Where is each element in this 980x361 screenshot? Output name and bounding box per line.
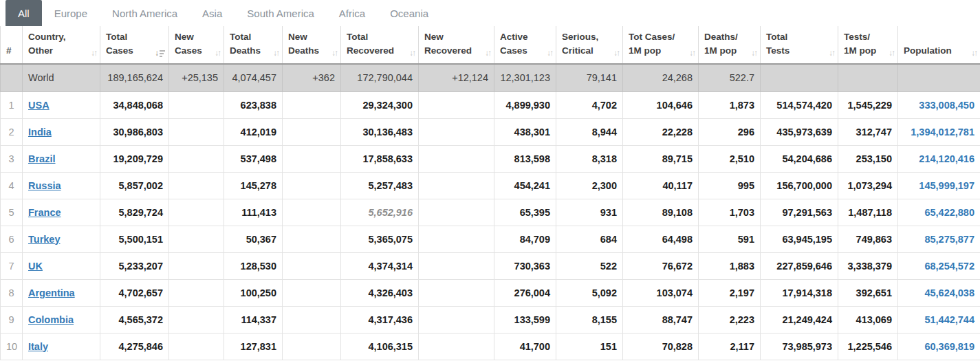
column-header[interactable]: New Deaths ↓↑ ↓ bbox=[283, 26, 341, 64]
active-cases-cell: 4,899,930 bbox=[494, 91, 556, 118]
country-link[interactable]: USA bbox=[28, 100, 50, 111]
tab-oceania[interactable]: Oceania bbox=[378, 0, 441, 26]
total-tests-cell: 435,973,639 bbox=[761, 118, 838, 145]
sort-icon: ↓↑ ↓ bbox=[273, 48, 279, 58]
tab-europe[interactable]: Europe bbox=[42, 0, 100, 26]
rank-cell: 9 bbox=[1, 306, 23, 333]
country-link[interactable]: Colombia bbox=[28, 314, 74, 325]
total-cases-cell: 30,986,803 bbox=[100, 118, 169, 145]
country-link[interactable]: Italy bbox=[28, 341, 48, 352]
column-header[interactable]: Country, Other ↓↑ ↓ bbox=[23, 26, 100, 64]
total-cases-cell: 5,857,002 bbox=[100, 172, 169, 199]
column-header[interactable]: Total Cases ↓↑ ↓ bbox=[100, 26, 169, 64]
world-population bbox=[898, 64, 980, 91]
total-recovered-cell: 4,317,436 bbox=[341, 306, 419, 333]
column-header[interactable]: New Cases ↓↑ ↓ bbox=[169, 26, 224, 64]
column-header[interactable]: New Recovered ↓↑ ↓ bbox=[419, 26, 494, 64]
country-link[interactable]: India bbox=[28, 127, 52, 138]
population-link[interactable]: 1,394,012,781 bbox=[911, 127, 974, 138]
cases-per-1m-cell: 103,074 bbox=[623, 279, 699, 306]
tab-asia[interactable]: Asia bbox=[190, 0, 235, 26]
table-row: 4 Russia 5,857,002 145,278 5,257,483 454… bbox=[1, 172, 980, 199]
column-header[interactable]: Tot Cases/ 1M pop ↓↑ ↓ bbox=[623, 26, 699, 64]
population-link[interactable]: 65,422,880 bbox=[924, 207, 974, 218]
deaths-per-1m-cell: 2,197 bbox=[699, 279, 761, 306]
column-header-label: New Cases bbox=[175, 30, 210, 58]
column-header[interactable]: Total Recovered ↓↑ ↓ bbox=[341, 26, 419, 64]
new-cases-cell bbox=[169, 172, 224, 199]
total-tests-cell: 21,249,424 bbox=[761, 306, 838, 333]
population-link[interactable]: 60,369,819 bbox=[924, 341, 974, 352]
new-recovered-cell bbox=[419, 91, 494, 118]
total-cases-cell: 19,209,729 bbox=[100, 145, 169, 172]
active-cases-cell: 41,700 bbox=[494, 333, 556, 360]
world-deaths-per-1m: 522.7 bbox=[699, 64, 761, 91]
table-row: 10 Italy 4,275,846 127,831 4,106,315 41,… bbox=[1, 333, 980, 360]
total-cases-cell: 4,702,657 bbox=[100, 279, 169, 306]
total-recovered-cell: 5,365,075 bbox=[341, 226, 419, 252]
total-deaths-cell: 128,530 bbox=[224, 252, 283, 279]
tab-north-america[interactable]: North America bbox=[100, 0, 190, 26]
country-link[interactable]: Brazil bbox=[28, 153, 56, 164]
total-deaths-cell: 114,337 bbox=[224, 306, 283, 333]
population-link[interactable]: 68,254,572 bbox=[924, 261, 974, 272]
new-recovered-cell bbox=[419, 279, 494, 306]
world-cases-per-1m: 24,268 bbox=[623, 64, 699, 91]
world-rank-cell bbox=[1, 64, 23, 91]
column-header-label: Total Deaths bbox=[230, 30, 268, 58]
deaths-per-1m-cell: 1,873 bbox=[699, 91, 761, 118]
rank-cell: 3 bbox=[1, 145, 23, 172]
new-cases-cell bbox=[169, 279, 224, 306]
population-link[interactable]: 214,120,416 bbox=[919, 153, 974, 164]
column-header[interactable]: Total Deaths ↓↑ ↓ bbox=[224, 26, 283, 64]
column-header-label: Tot Cases/ 1M pop bbox=[629, 30, 684, 58]
serious-critical-cell: 8,944 bbox=[556, 118, 623, 145]
population-cell: 1,394,012,781 bbox=[898, 118, 980, 145]
country-link[interactable]: France bbox=[28, 207, 61, 218]
column-header[interactable]: Deaths/ 1M pop ↓↑ ↓ bbox=[699, 26, 761, 64]
tab-south-america[interactable]: South America bbox=[235, 0, 327, 26]
table-row: 9 Colombia 4,565,372 114,337 4,317,436 1… bbox=[1, 306, 980, 333]
total-tests-cell: 54,204,686 bbox=[761, 145, 838, 172]
serious-critical-cell: 8,318 bbox=[556, 145, 623, 172]
population-link[interactable]: 45,624,038 bbox=[924, 287, 974, 298]
tests-per-1m-cell: 1,545,229 bbox=[838, 91, 898, 118]
active-cases-cell: 454,241 bbox=[494, 172, 556, 199]
population-link[interactable]: 333,008,450 bbox=[919, 100, 974, 111]
population-cell: 85,275,877 bbox=[898, 226, 980, 252]
country-link[interactable]: Turkey bbox=[28, 234, 60, 245]
tab-africa[interactable]: Africa bbox=[327, 0, 378, 26]
cases-per-1m-cell: 89,715 bbox=[623, 145, 699, 172]
cases-per-1m-cell: 40,117 bbox=[623, 172, 699, 199]
active-cases-cell: 276,004 bbox=[494, 279, 556, 306]
population-cell: 214,120,416 bbox=[898, 145, 980, 172]
column-header[interactable]: Active Cases ↓↑ ↓ bbox=[494, 26, 556, 64]
country-link[interactable]: Russia bbox=[28, 180, 61, 191]
tab-all[interactable]: All bbox=[6, 0, 42, 26]
country-cell: Argentina bbox=[23, 279, 100, 306]
region-tab-bar: AllEuropeNorth AmericaAsiaSouth AmericaA… bbox=[0, 0, 980, 26]
column-header-label: Serious, Critical bbox=[562, 30, 609, 58]
population-link[interactable]: 85,275,877 bbox=[924, 234, 974, 245]
total-tests-cell: 63,945,195 bbox=[761, 226, 838, 252]
serious-critical-cell: 522 bbox=[556, 252, 623, 279]
country-link[interactable]: UK bbox=[28, 261, 43, 272]
population-link[interactable]: 145,999,197 bbox=[919, 180, 974, 191]
country-link[interactable]: Argentina bbox=[28, 287, 75, 298]
new-deaths-cell bbox=[283, 118, 341, 145]
population-link[interactable]: 51,442,744 bbox=[924, 314, 974, 325]
column-header[interactable]: Tests/ 1M pop ↓↑ ↓ bbox=[838, 26, 898, 64]
new-recovered-cell bbox=[419, 306, 494, 333]
column-header[interactable]: Population ↓↑ ↓ bbox=[898, 26, 980, 64]
total-tests-cell: 17,914,318 bbox=[761, 279, 838, 306]
total-recovered-cell: 17,858,633 bbox=[341, 145, 419, 172]
column-header[interactable]: # ↓↑ ↓ bbox=[1, 26, 23, 64]
rank-cell: 4 bbox=[1, 172, 23, 199]
country-cell: Russia bbox=[23, 172, 100, 199]
column-header[interactable]: Serious, Critical ↓↑ ↓ bbox=[556, 26, 623, 64]
column-header-label: Total Cases bbox=[106, 30, 155, 58]
column-header[interactable]: Total Tests ↓↑ ↓ bbox=[761, 26, 838, 64]
rank-cell: 10 bbox=[1, 333, 23, 360]
new-recovered-cell bbox=[419, 145, 494, 172]
rank-cell: 8 bbox=[1, 279, 23, 306]
